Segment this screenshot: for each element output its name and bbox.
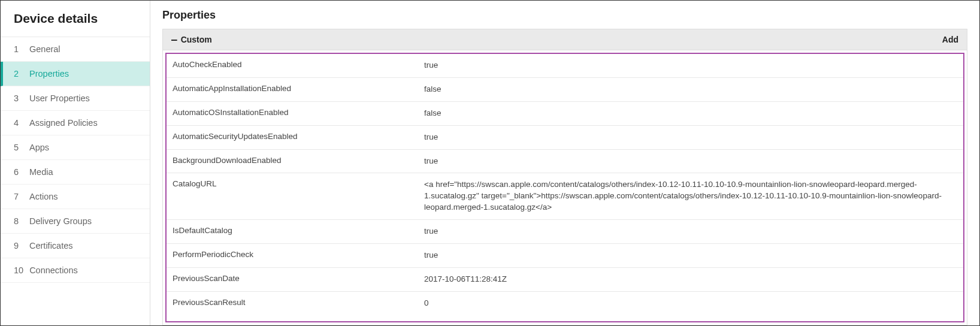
property-value: false [424,108,957,119]
property-key: AutoCheckEnabled [173,60,424,69]
sidebar-item-label: Apps [29,143,49,152]
property-key: AutomaticAppInstallationEnabled [173,84,424,93]
sidebar-title: Device details [1,1,150,37]
property-value: <a href="https://swscan.apple.com/conten… [424,179,957,213]
sidebar-item-delivery-groups[interactable]: 8Delivery Groups [1,209,150,234]
sidebar-item-certificates[interactable]: 9Certificates [1,234,150,258]
sidebar-item-label: Assigned Policies [29,118,98,128]
property-key: BackgroundDownloadEnabled [173,156,424,165]
sidebar-item-assigned-policies[interactable]: 4Assigned Policies [1,111,150,135]
property-row[interactable]: PerformPeriodicChecktrue [167,244,963,268]
property-row[interactable]: IsDefaultCatalogtrue [167,220,963,244]
property-row[interactable]: BackgroundDownloadEnabledtrue [167,150,963,174]
property-value: false [424,84,957,95]
sidebar-item-number: 7 [14,192,23,201]
app-container: Device details 1General2Properties3User … [0,0,980,326]
property-key: CatalogURL [173,179,424,188]
sidebar-item-label: Delivery Groups [29,216,92,226]
property-row[interactable]: AutomaticSecurityUpdatesEnabledtrue [167,126,963,150]
property-key: PreviousScanResult [173,298,424,307]
property-key: AutomaticOSInstallationEnabled [173,108,424,117]
property-value: 2017-10-06T11:28:41Z [424,274,957,285]
properties-panel: – Custom Add AutoCheckEnabledtrueAutomat… [162,29,967,325]
main-content: Properties – Custom Add AutoCheckEnabled… [150,1,979,325]
sidebar-items: 1General2Properties3User Properties4Assi… [1,37,150,283]
sidebar-item-number: 3 [14,93,23,103]
panel-header-left: – Custom [171,35,212,44]
property-value: true [424,226,957,237]
sidebar-item-general[interactable]: 1General [1,37,150,62]
properties-list: AutoCheckEnabledtrueAutomaticAppInstalla… [165,53,964,322]
sidebar-item-connections[interactable]: 10Connections [1,258,150,283]
sidebar-item-label: Media [29,167,53,177]
property-key: AutomaticSecurityUpdatesEnabled [173,132,424,141]
sidebar-item-media[interactable]: 6Media [1,160,150,185]
property-row[interactable]: AutomaticAppInstallationEnabledfalse [167,78,963,102]
sidebar-item-apps[interactable]: 5Apps [1,135,150,160]
property-row[interactable]: AutomaticOSInstallationEnabledfalse [167,102,963,126]
sidebar-item-number: 8 [14,216,23,226]
collapse-icon[interactable]: – [171,35,177,44]
panel-title: Custom [181,35,212,44]
property-row[interactable]: PreviousScanResult0 [167,292,963,315]
sidebar-item-actions[interactable]: 7Actions [1,185,150,209]
sidebar-item-number: 4 [14,118,23,128]
sidebar-item-label: Certificates [29,241,73,250]
sidebar-item-number: 9 [14,241,23,250]
sidebar-item-label: Connections [29,265,78,275]
property-row[interactable]: CatalogURL<a href="https://swscan.apple.… [167,173,963,220]
table-wrapper: AutoCheckEnabledtrueAutomaticAppInstalla… [163,50,967,325]
page-title: Properties [162,9,967,22]
sidebar-item-number: 2 [14,69,23,79]
panel-header[interactable]: – Custom Add [163,29,967,50]
property-key: IsDefaultCatalog [173,226,424,235]
property-value: true [424,250,957,261]
property-row[interactable]: PreviousScanDate2017-10-06T11:28:41Z [167,268,963,292]
sidebar-item-properties[interactable]: 2Properties [1,62,150,86]
sidebar-item-label: User Properties [29,93,90,103]
property-key: PerformPeriodicCheck [173,250,424,259]
property-value: true [424,156,957,167]
sidebar-item-label: General [29,44,61,54]
sidebar-item-number: 10 [14,265,23,275]
property-row[interactable]: AutoCheckEnabledtrue [167,54,963,78]
property-key: PreviousScanDate [173,274,424,283]
sidebar-item-number: 1 [14,44,23,54]
add-button[interactable]: Add [942,35,958,44]
sidebar-item-user-properties[interactable]: 3User Properties [1,86,150,111]
sidebar: Device details 1General2Properties3User … [1,1,150,325]
sidebar-item-number: 6 [14,167,23,177]
sidebar-item-number: 5 [14,143,23,152]
sidebar-item-label: Properties [29,69,69,79]
property-value: true [424,60,957,71]
property-value: 0 [424,298,957,309]
property-value: true [424,132,957,143]
sidebar-item-label: Actions [29,192,58,201]
